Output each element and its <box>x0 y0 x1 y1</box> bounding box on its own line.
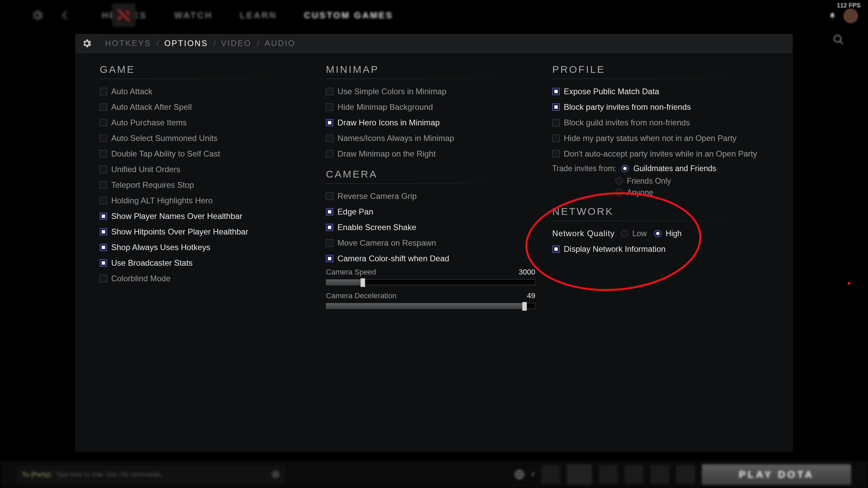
network-quality-row: Network Quality Low High <box>552 226 768 241</box>
tab-options[interactable]: OPTIONS <box>164 39 208 48</box>
checkbox-icon <box>100 150 107 158</box>
checkbox-icon <box>100 275 107 282</box>
game-option[interactable]: Auto Attack After Spell <box>100 99 309 115</box>
camera-option[interactable]: Edge Pan <box>326 204 535 220</box>
tab-audio[interactable]: AUDIO <box>264 39 295 48</box>
party-slot <box>676 465 695 484</box>
game-option[interactable]: Use Broadcaster Stats <box>100 255 309 271</box>
tab-separator: / <box>157 39 159 48</box>
profile-option[interactable]: Block party invites from non-friends <box>552 99 768 115</box>
checkbox-icon <box>552 88 560 95</box>
chat-input: To (Party): Type here to chat. Use / for… <box>17 467 285 482</box>
profile-option[interactable]: Expose Public Match Data <box>552 84 768 99</box>
checkbox-label: Use Simple Colors in Minimap <box>337 87 446 96</box>
rule <box>552 221 768 221</box>
minimap-option[interactable]: Use Simple Colors in Minimap <box>326 84 535 99</box>
game-option[interactable]: Shop Always Uses Hotkeys <box>100 240 309 255</box>
network-quality-radio-high[interactable] <box>654 230 662 237</box>
checkbox-icon <box>100 88 107 95</box>
top-right-icons <box>829 9 858 23</box>
camera-option[interactable]: Camera Color-shift when Dead <box>326 251 535 266</box>
trade-radio-anyone[interactable]: Anyone <box>615 187 768 198</box>
network-quality-high-label[interactable]: High <box>666 229 682 238</box>
game-option[interactable]: Auto Select Summoned Units <box>100 130 309 146</box>
checkbox-icon <box>326 239 333 247</box>
nav-learn: LEARN <box>240 10 277 21</box>
slider-track[interactable] <box>326 279 535 285</box>
checkbox-icon <box>100 212 107 220</box>
tab-hotkeys[interactable]: HOTKEYS <box>105 39 151 48</box>
display-network-info[interactable]: Display Network Information <box>552 241 768 257</box>
column-middle: MINIMAP Use Simple Colors in MinimapHide… <box>326 62 535 315</box>
profile-option[interactable]: Block guild invites from non-friends <box>552 115 768 130</box>
camera-speed-slider[interactable]: Camera Speed 3000 <box>326 268 535 285</box>
slider-value: 3000 <box>519 268 535 277</box>
checkbox-label: Edge Pan <box>337 207 373 217</box>
game-option[interactable]: Teleport Requires Stop <box>100 177 309 193</box>
game-option[interactable]: Double Tap Ability to Self Cast <box>100 146 309 162</box>
party-slot <box>541 465 560 484</box>
trade-invites-label: Trade invites from: <box>552 164 617 173</box>
game-option[interactable]: Colorblind Mode <box>100 271 309 286</box>
tab-separator: / <box>213 39 216 48</box>
game-option[interactable]: Show Player Names Over Healthbar <box>100 208 309 224</box>
profile-option[interactable]: Don't auto-accept party invites while in… <box>552 146 768 162</box>
slider-fill <box>326 303 525 309</box>
checkbox-icon <box>326 119 333 126</box>
trade-radio-friends-only[interactable]: Friends Only <box>615 175 768 187</box>
column-game: GAME Auto AttackAuto Attack After SpellA… <box>100 62 309 315</box>
checkbox-label: Block party invites from non-friends <box>564 102 691 112</box>
profile-option[interactable]: Hide my party status when not in an Open… <box>552 130 768 146</box>
minimap-option[interactable]: Names/Icons Always in Minimap <box>326 130 535 146</box>
footer-right: 4 PLAY DOTA <box>514 464 851 485</box>
background-footer: To (Party): Type here to chat. Use / for… <box>0 461 868 488</box>
checkbox-label: Show Player Names Over Healthbar <box>111 211 242 221</box>
avatar <box>844 9 858 23</box>
rule <box>100 79 309 79</box>
checkbox-label: Use Broadcaster Stats <box>111 258 193 268</box>
minimap-option[interactable]: Draw Hero Icons in Minimap <box>326 115 535 130</box>
section-title-camera: CAMERA <box>326 168 535 180</box>
checkbox-label: Don't auto-accept party invites while in… <box>564 149 757 159</box>
game-option[interactable]: Auto Purchase Items <box>100 115 309 130</box>
slider-thumb[interactable] <box>360 278 365 287</box>
search-icon <box>833 34 844 45</box>
network-quality-low-label[interactable]: Low <box>632 229 647 238</box>
checkbox-label: Double Tap Ability to Self Cast <box>111 149 220 159</box>
nav-custom-games: CUSTOM GAMES <box>304 10 393 21</box>
game-option[interactable]: Holding ALT Highlights Hero <box>100 193 309 208</box>
network-quality-radio-low[interactable] <box>621 230 628 237</box>
camera-decel-slider[interactable]: Camera Deceleration 49 <box>326 291 535 309</box>
minimap-option[interactable]: Hide Minimap Background <box>326 99 535 115</box>
slider-track[interactable] <box>326 303 535 309</box>
checkbox-icon <box>552 150 560 158</box>
profile-options: Expose Public Match DataBlock party invi… <box>552 84 768 162</box>
checkbox-icon <box>100 228 107 236</box>
checkbox-label: Auto Attack After Spell <box>111 102 192 112</box>
camera-option[interactable]: Move Camera on Respawn <box>326 235 535 251</box>
minimap-option[interactable]: Draw Minimap on the Right <box>326 146 535 162</box>
tab-video[interactable]: VIDEO <box>221 39 252 48</box>
trade-radio-label-first[interactable]: Guildmates and Friends <box>633 164 716 173</box>
fps-counter: 112 FPS <box>837 2 861 9</box>
camera-option[interactable]: Enable Screen Shake <box>326 220 535 235</box>
checkbox-label: Teleport Requires Stop <box>111 180 194 190</box>
radio-label: Anyone <box>627 188 653 197</box>
trade-radio-first-inline[interactable] <box>621 165 629 172</box>
notification-icon <box>829 12 836 20</box>
game-option[interactable]: Show Hitpoints Over Player Healthbar <box>100 224 309 240</box>
camera-options: Reverse Camera GripEdge PanEnable Screen… <box>326 188 535 266</box>
game-option[interactable]: Auto Attack <box>100 84 309 99</box>
slider-thumb[interactable] <box>522 302 527 311</box>
checkbox-label: Auto Select Summoned Units <box>111 134 218 143</box>
checkbox-label: Draw Hero Icons in Minimap <box>337 118 439 127</box>
camera-option[interactable]: Reverse Camera Grip <box>326 188 535 204</box>
trade-invites-line: Trade invites from: Guildmates and Frien… <box>552 162 768 175</box>
section-title-profile: PROFILE <box>552 64 768 75</box>
radio-icon <box>615 177 623 185</box>
radio-label: Friends Only <box>627 177 671 186</box>
game-option[interactable]: Unified Unit Orders <box>100 162 309 177</box>
checkbox-icon <box>326 150 333 158</box>
slider-fill <box>326 280 363 285</box>
chat-prefix: To (Party): <box>22 471 52 478</box>
